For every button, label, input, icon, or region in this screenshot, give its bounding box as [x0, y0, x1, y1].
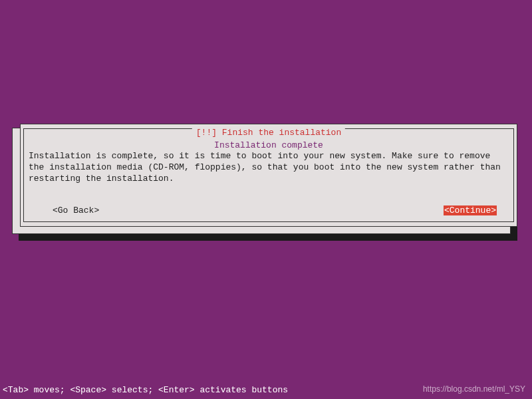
- button-row: <Go Back> <Continue>: [53, 205, 497, 215]
- status-bar: <Tab> moves; <Space> selects; <Enter> ac…: [3, 385, 288, 395]
- continue-button[interactable]: <Continue>: [444, 205, 497, 215]
- go-back-button[interactable]: <Go Back>: [53, 205, 99, 215]
- dialog-subtitle: Installation complete: [21, 140, 517, 150]
- dialog-body: Installation is complete, so it is time …: [29, 151, 509, 185]
- watermark: https://blog.csdn.net/ml_YSY: [423, 384, 525, 394]
- dialog-main: [!!] Finish the installation Installatio…: [20, 124, 517, 227]
- dialog-title: [!!] Finish the installation: [192, 128, 345, 138]
